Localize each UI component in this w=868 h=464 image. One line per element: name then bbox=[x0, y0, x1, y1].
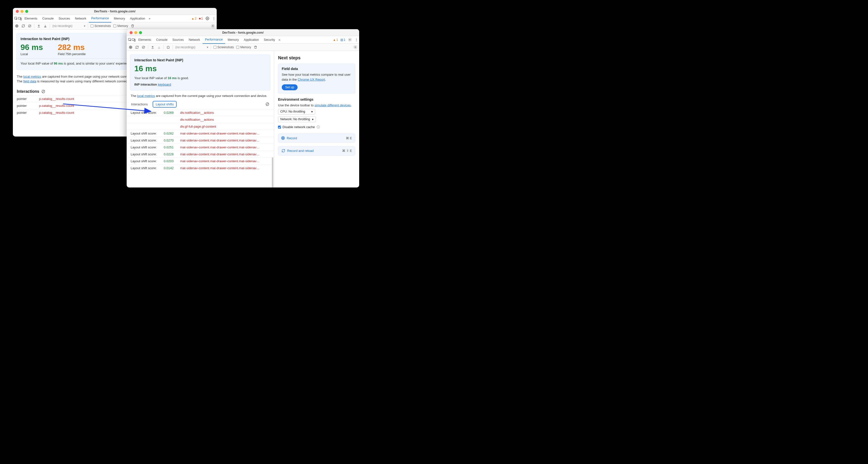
next-steps-heading: Next steps bbox=[278, 55, 355, 61]
record-icon bbox=[281, 136, 285, 140]
recordings-select[interactable]: (no recordings)▾ bbox=[53, 24, 85, 28]
gear-icon[interactable] bbox=[205, 17, 209, 21]
tabs-bar: Elements Console Sources Network Perform… bbox=[127, 36, 359, 43]
layout-shift-row[interactable]: Layout shift score:0.0282mat-sidenav-con… bbox=[127, 130, 274, 137]
close-icon[interactable] bbox=[130, 31, 132, 34]
subtab-interactions[interactable]: Interactions bbox=[131, 101, 148, 107]
close-icon[interactable] bbox=[16, 10, 19, 13]
titlebar: DevTools - fonts.google.com/ bbox=[13, 8, 217, 15]
clear-icon[interactable] bbox=[142, 45, 146, 49]
tab-network[interactable]: Network bbox=[72, 15, 89, 22]
svg-point-23 bbox=[355, 47, 356, 48]
layout-shift-row[interactable]: Layout shift score:0.0203mat-sidenav-con… bbox=[127, 158, 274, 164]
reload-icon[interactable] bbox=[21, 24, 25, 28]
record-icon[interactable] bbox=[15, 24, 19, 28]
gear-icon[interactable] bbox=[211, 24, 215, 28]
clear-icon[interactable] bbox=[28, 24, 32, 28]
record-icon[interactable] bbox=[129, 45, 132, 49]
network-throttle-select[interactable]: Network: No throttling▾ bbox=[278, 117, 316, 122]
layout-shift-row[interactable]: Layout shift score:0.0251mat-sidenav-con… bbox=[127, 144, 274, 151]
warnings-badge[interactable]: ▲ 2 bbox=[191, 17, 196, 20]
upload-icon[interactable] bbox=[151, 45, 155, 49]
field-data-link[interactable]: field data bbox=[23, 80, 36, 83]
warnings-badge[interactable]: ▲ 1 bbox=[333, 38, 338, 41]
tab-sources[interactable]: Sources bbox=[56, 15, 72, 22]
disable-cache-checkbox[interactable] bbox=[278, 126, 281, 129]
tab-security[interactable]: Security bbox=[261, 36, 278, 43]
layout-shift-row[interactable]: Layout shift score:0.0228mat-sidenav-con… bbox=[127, 151, 274, 158]
cpu-throttle-select[interactable]: CPU: No throttling▾ bbox=[278, 109, 315, 115]
upload-icon[interactable] bbox=[37, 24, 41, 28]
local-metrics-link[interactable]: local metrics bbox=[23, 75, 41, 79]
issues-badge[interactable]: ■ 1 bbox=[199, 17, 203, 20]
tab-application[interactable]: Application bbox=[127, 15, 148, 22]
gc-icon[interactable] bbox=[253, 45, 257, 49]
messages-badge[interactable]: ▤ 1 bbox=[340, 38, 345, 41]
download-icon[interactable] bbox=[43, 24, 47, 28]
layout-shift-row[interactable]: Layout shift score:0.0269div.gf-full-pag… bbox=[127, 123, 274, 130]
svg-point-5 bbox=[16, 25, 18, 27]
field-data-card: Field data See how your local metrics co… bbox=[278, 64, 355, 93]
more-tabs-icon[interactable]: » bbox=[278, 38, 281, 42]
inp-field-label: Field 75th percentile bbox=[58, 53, 86, 56]
gc-icon[interactable] bbox=[131, 24, 134, 28]
tab-performance[interactable]: Performance bbox=[89, 14, 112, 23]
environment-settings: Environment settings Use the device tool… bbox=[278, 97, 355, 129]
home-icon[interactable] bbox=[166, 45, 170, 49]
perf-toolbar: (no recordings)▾ Screenshots Memory bbox=[127, 43, 359, 51]
inp-local-value: 96 ms bbox=[21, 43, 43, 52]
svg-point-10 bbox=[212, 26, 213, 27]
device-toolbar-icon[interactable] bbox=[18, 17, 22, 21]
more-tabs-icon[interactable]: » bbox=[148, 17, 152, 21]
zoom-icon[interactable] bbox=[139, 31, 142, 34]
scrollbar[interactable] bbox=[272, 157, 273, 187]
tab-memory[interactable]: Memory bbox=[225, 36, 241, 43]
tab-performance[interactable]: Performance bbox=[203, 36, 225, 44]
memory-checkbox[interactable]: Memory bbox=[113, 24, 128, 28]
layout-shift-row[interactable]: Layout shift score:0.0269div.notificatio… bbox=[127, 109, 274, 116]
inspect-icon[interactable] bbox=[14, 17, 18, 21]
tab-application[interactable]: Application bbox=[241, 36, 261, 43]
layout-shift-row[interactable]: Layout shift score:0.0269div.notificatio… bbox=[127, 116, 274, 123]
help-icon[interactable]: ⓘ bbox=[316, 125, 320, 129]
set-up-button[interactable]: Set up bbox=[282, 84, 298, 90]
zoom-icon[interactable] bbox=[25, 10, 28, 13]
recordings-select[interactable]: (no recordings)▾ bbox=[175, 45, 208, 49]
perf-toolbar: (no recordings)▾ Screenshots Memory bbox=[13, 22, 217, 30]
kebab-icon[interactable]: ⋮ bbox=[212, 17, 216, 21]
tab-console[interactable]: Console bbox=[40, 15, 56, 22]
screenshots-checkbox[interactable]: Screenshots bbox=[91, 24, 111, 28]
inp-interaction-link[interactable]: keyboard bbox=[158, 83, 171, 86]
chrome-ux-report-link[interactable]: Chrome UX Report bbox=[298, 78, 325, 81]
gear-icon[interactable] bbox=[348, 38, 352, 42]
record-reload-button[interactable]: Record and reload ⌘ ⇧ E bbox=[278, 146, 355, 156]
inspect-icon[interactable] bbox=[128, 38, 132, 42]
tab-console[interactable]: Console bbox=[154, 36, 170, 43]
titlebar: DevTools - fonts.google.com/ bbox=[127, 29, 359, 36]
memory-checkbox[interactable]: Memory bbox=[236, 45, 251, 49]
ban-icon bbox=[41, 90, 45, 93]
subtab-layout-shifts[interactable]: Layout shifts bbox=[153, 101, 177, 107]
download-icon[interactable] bbox=[157, 45, 161, 49]
minimize-icon[interactable] bbox=[21, 10, 24, 13]
svg-line-7 bbox=[29, 25, 31, 27]
reload-icon[interactable] bbox=[135, 45, 139, 49]
record-button[interactable]: Record ⌘ E bbox=[278, 133, 355, 143]
simulate-devices-link[interactable]: simulate different devices bbox=[314, 103, 350, 107]
layout-shift-row[interactable]: Layout shift score:0.0270mat-sidenav-con… bbox=[127, 137, 274, 144]
inp-card: Interaction to Next Paint (INP) 16 ms Yo… bbox=[130, 54, 270, 91]
kebab-icon[interactable]: ⋮ bbox=[354, 38, 358, 42]
local-metrics-link[interactable]: local metrics bbox=[137, 94, 155, 98]
tab-elements[interactable]: Elements bbox=[136, 36, 154, 43]
tab-network[interactable]: Network bbox=[186, 36, 203, 43]
screenshots-checkbox[interactable]: Screenshots bbox=[214, 45, 234, 49]
device-toolbar-icon[interactable] bbox=[132, 38, 135, 42]
tab-sources[interactable]: Sources bbox=[170, 36, 186, 43]
layout-shift-row[interactable]: Layout shift score:0.0142mat-sidenav-con… bbox=[127, 164, 274, 172]
tab-elements[interactable]: Elements bbox=[22, 15, 40, 22]
minimize-icon[interactable] bbox=[134, 31, 137, 34]
devtools-window-b: DevTools - fonts.google.com/ Elements Co… bbox=[127, 29, 359, 187]
gear-icon[interactable] bbox=[353, 45, 357, 49]
inp-description: Your local INP value of 16 ms is good. bbox=[134, 76, 266, 81]
tab-memory[interactable]: Memory bbox=[111, 15, 127, 22]
